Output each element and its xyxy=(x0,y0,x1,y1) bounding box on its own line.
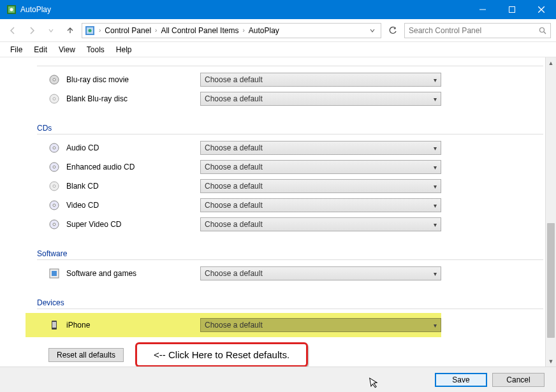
breadcrumb-bar[interactable]: › Control Panel › All Control Panel Item… xyxy=(82,23,381,38)
phone-icon xyxy=(48,319,60,331)
select-blank-cd[interactable]: Choose a default▾ xyxy=(200,179,441,193)
svg-rect-27 xyxy=(52,271,57,276)
menu-view[interactable]: View xyxy=(54,44,80,55)
chevron-right-icon: › xyxy=(155,27,157,34)
menu-bar: File Edit View Tools Help xyxy=(0,42,556,57)
section-cds: CDs xyxy=(37,124,543,134)
control-panel-small-icon xyxy=(85,25,95,36)
cancel-button[interactable]: Cancel xyxy=(492,373,545,387)
mouse-cursor-icon xyxy=(369,376,380,389)
chevron-down-icon: ▾ xyxy=(434,145,437,152)
row-label: Audio CD xyxy=(66,143,194,152)
content-area: Blu-ray disc movie Choose a default▾ Bla… xyxy=(0,57,556,367)
row-label: Super Video CD xyxy=(66,220,194,229)
section-devices: Devices xyxy=(37,298,543,309)
refresh-button[interactable] xyxy=(385,23,400,38)
svg-point-19 xyxy=(53,166,55,168)
chevron-down-icon: ▾ xyxy=(434,322,437,329)
svg-line-11 xyxy=(544,32,546,34)
svg-point-13 xyxy=(53,78,55,81)
crumb-control-panel[interactable]: Control Panel xyxy=(105,26,151,35)
menu-tools[interactable]: Tools xyxy=(82,44,110,55)
svg-point-23 xyxy=(53,204,55,207)
scrollbar-thumb[interactable] xyxy=(547,223,555,338)
crumb-all-items[interactable]: All Control Panel Items xyxy=(161,26,238,35)
disc-icon xyxy=(48,74,60,85)
select-bluray-movie[interactable]: Choose a default▾ xyxy=(200,73,441,87)
select-audio-cd[interactable]: Choose a default▾ xyxy=(200,141,441,155)
chevron-down-icon: ▾ xyxy=(434,164,437,171)
svg-point-17 xyxy=(53,147,55,149)
disc-icon xyxy=(48,93,60,105)
disc-icon xyxy=(48,161,60,173)
navigation-bar: › Control Panel › All Control Panel Item… xyxy=(0,19,556,42)
select-blank-bluray[interactable]: Choose a default▾ xyxy=(200,92,441,106)
minimize-button[interactable] xyxy=(468,0,497,19)
scroll-up-icon[interactable]: ▲ xyxy=(546,57,556,68)
row-blank-cd: Blank CD Choose a default▾ xyxy=(48,177,543,196)
row-video-cd: Video CD Choose a default▾ xyxy=(48,196,543,215)
recent-dropdown[interactable] xyxy=(43,23,59,38)
svg-point-2 xyxy=(10,8,13,11)
row-label: Blank CD xyxy=(66,182,194,191)
select-iphone[interactable]: Choose a default▾ xyxy=(200,318,441,332)
chevron-down-icon: ▾ xyxy=(434,221,437,228)
svg-point-25 xyxy=(53,223,55,226)
forward-button[interactable] xyxy=(24,23,40,38)
svg-point-21 xyxy=(53,185,55,187)
row-label: Blank Blu-ray disc xyxy=(66,94,194,103)
maximize-button[interactable] xyxy=(497,0,527,19)
crumb-autoplay[interactable]: AutoPlay xyxy=(249,26,279,35)
row-audio-cd: Audio CD Choose a default▾ xyxy=(48,138,543,157)
search-input[interactable] xyxy=(409,26,539,35)
up-button[interactable] xyxy=(62,23,78,38)
row-label: iPhone xyxy=(66,321,194,330)
disc-icon xyxy=(48,219,60,230)
window-title: AutoPlay xyxy=(20,5,468,14)
chevron-down-icon: ▾ xyxy=(434,183,437,190)
address-dropdown-icon[interactable] xyxy=(369,27,376,34)
svg-point-9 xyxy=(89,29,92,32)
callout-annotation: <-- Click Here to Reset defaults. xyxy=(135,342,308,367)
row-iphone: iPhone Choose a default▾ xyxy=(48,316,441,335)
scroll-down-icon[interactable]: ▼ xyxy=(546,356,556,367)
menu-help[interactable]: Help xyxy=(111,44,137,55)
chevron-down-icon: ▾ xyxy=(434,96,437,103)
svg-point-15 xyxy=(53,98,55,100)
row-label: Video CD xyxy=(66,201,194,210)
section-software: Software xyxy=(37,249,543,260)
svg-point-10 xyxy=(540,27,545,32)
control-panel-icon xyxy=(6,4,17,15)
close-button[interactable] xyxy=(527,0,556,19)
select-super-video-cd[interactable]: Choose a default▾ xyxy=(200,217,441,231)
select-software-games[interactable]: Choose a default▾ xyxy=(200,266,441,280)
chevron-down-icon: ▾ xyxy=(434,76,437,83)
reset-all-defaults-button[interactable]: Reset all defaults xyxy=(48,348,124,362)
row-label: Blu-ray disc movie xyxy=(66,75,194,84)
back-button[interactable] xyxy=(5,23,20,38)
row-bluray-movie: Blu-ray disc movie Choose a default▾ xyxy=(48,70,543,89)
search-box[interactable] xyxy=(404,23,551,38)
row-enhanced-cd: Enhanced audio CD Choose a default▾ xyxy=(48,157,543,177)
chevron-right-icon: › xyxy=(242,27,244,34)
select-video-cd[interactable]: Choose a default▾ xyxy=(200,198,441,212)
software-icon xyxy=(48,268,60,279)
svg-rect-4 xyxy=(509,7,515,13)
disc-icon xyxy=(48,180,60,192)
chevron-down-icon: ▾ xyxy=(434,270,437,277)
disc-icon xyxy=(48,142,60,154)
select-enhanced-cd[interactable]: Choose a default▾ xyxy=(200,160,441,174)
vertical-scrollbar[interactable]: ▲ ▼ xyxy=(545,57,556,367)
svg-rect-29 xyxy=(52,322,56,328)
menu-file[interactable]: File xyxy=(5,44,27,55)
row-blank-bluray: Blank Blu-ray disc Choose a default▾ xyxy=(48,89,543,108)
chevron-down-icon: ▾ xyxy=(434,202,437,209)
menu-edit[interactable]: Edit xyxy=(29,44,52,55)
row-super-video-cd: Super Video CD Choose a default▾ xyxy=(48,215,543,234)
row-label: Software and games xyxy=(66,269,194,278)
save-button[interactable]: Save xyxy=(435,373,487,387)
disc-icon xyxy=(48,200,60,211)
row-label: Enhanced audio CD xyxy=(66,163,194,171)
chevron-right-icon: › xyxy=(99,27,101,34)
search-icon[interactable] xyxy=(539,27,546,34)
